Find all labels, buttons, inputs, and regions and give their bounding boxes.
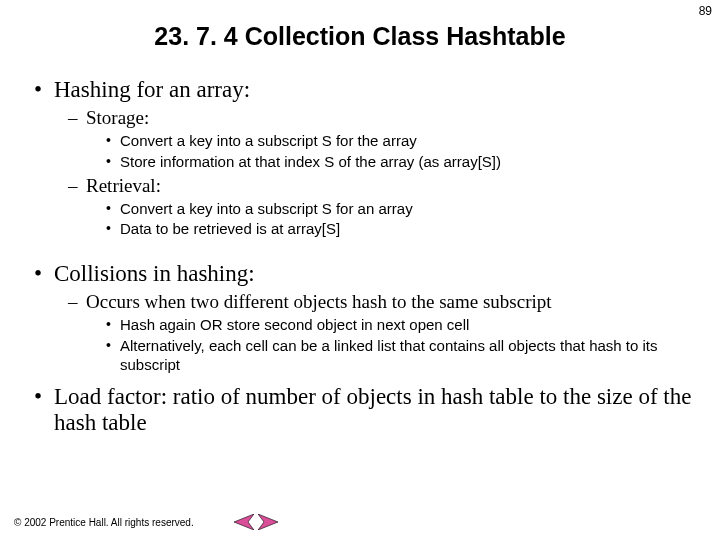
list-item: Hash again OR store second object in nex…: [106, 316, 700, 335]
list-item: Data to be retrieved is at array[S]: [106, 220, 700, 239]
bullet-text: Storage:: [86, 107, 149, 128]
page-number: 89: [699, 4, 712, 18]
slide-content: Hashing for an array: Storage: Convert a…: [0, 77, 720, 436]
list-item: Store information at that index S of the…: [106, 153, 700, 172]
list-item: Convert a key into a subscript S for an …: [106, 200, 700, 219]
bullet-text: Hashing for an array:: [54, 77, 250, 102]
bullet-retrieval: Retrieval: Convert a key into a subscrip…: [68, 175, 700, 240]
bullet-text: Load factor: ratio of number of objects …: [54, 384, 691, 435]
bullet-hashing: Hashing for an array: Storage: Convert a…: [34, 77, 700, 239]
list-item: Alternatively, each cell can be a linked…: [106, 337, 700, 375]
next-arrow-icon[interactable]: [258, 514, 278, 530]
bullet-collisions-desc: Occurs when two different objects hash t…: [68, 291, 700, 374]
bullet-text: Retrieval:: [86, 175, 161, 196]
copyright-text: © 2002 Prentice Hall. All rights reserve…: [14, 517, 194, 528]
bullet-storage: Storage: Convert a key into a subscript …: [68, 107, 700, 172]
slide-title: 23. 7. 4 Collection Class Hashtable: [0, 22, 720, 51]
prev-arrow-icon[interactable]: [234, 514, 254, 530]
footer: © 2002 Prentice Hall. All rights reserve…: [14, 514, 278, 530]
bullet-text: Collisions in hashing:: [54, 261, 255, 286]
bullet-text: Occurs when two different objects hash t…: [86, 291, 552, 312]
svg-marker-1: [258, 514, 278, 530]
bullet-load-factor: Load factor: ratio of number of objects …: [34, 384, 700, 436]
svg-marker-0: [234, 514, 254, 530]
bullet-collisions: Collisions in hashing: Occurs when two d…: [34, 261, 700, 374]
nav-arrows: [234, 514, 278, 530]
list-item: Convert a key into a subscript S for the…: [106, 132, 700, 151]
